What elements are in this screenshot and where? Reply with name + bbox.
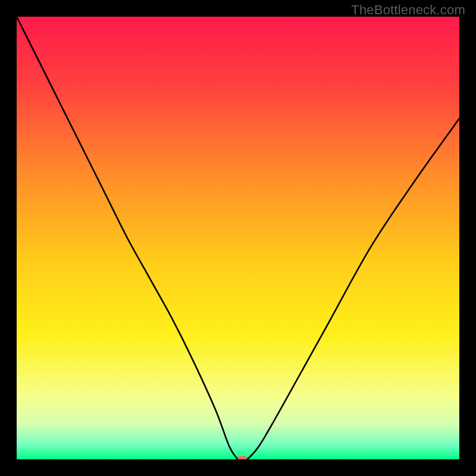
gradient-background xyxy=(17,17,459,459)
bottleneck-plot xyxy=(17,17,459,459)
series-marker xyxy=(237,456,247,460)
chart-frame: TheBottleneck.com xyxy=(0,0,476,476)
plot-svg xyxy=(17,17,459,459)
watermark-label: TheBottleneck.com xyxy=(351,2,465,18)
